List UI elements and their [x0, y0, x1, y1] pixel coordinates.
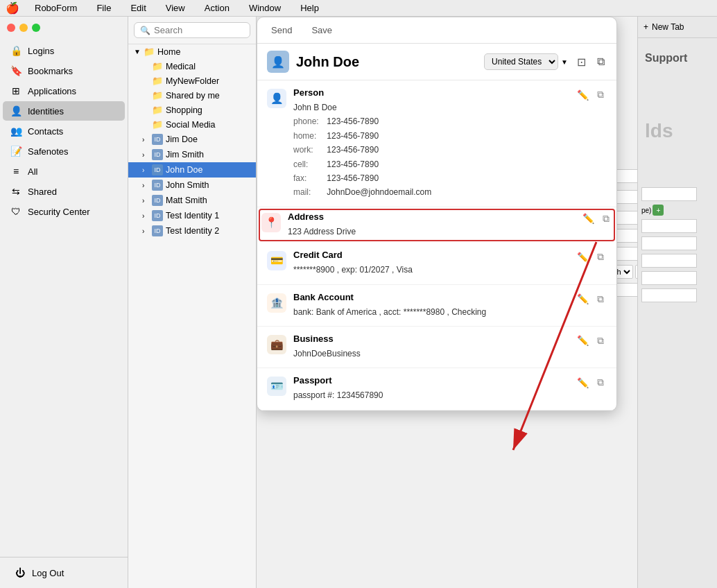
lds-partial-label: lds	[638, 78, 717, 149]
section-address-content: Address 123 Address Drive	[288, 211, 573, 239]
right-input-4[interactable]	[641, 254, 697, 268]
sidebar-item-bookmarks[interactable]: 🔖 Bookmarks	[3, 61, 125, 80]
right-input-3[interactable]	[641, 236, 697, 250]
menubar-window[interactable]: Window	[245, 1, 285, 15]
sidebar-item-security[interactable]: 🛡 Security Center	[3, 202, 125, 221]
edit-address-button[interactable]: ✏️	[580, 211, 597, 226]
sidebar-nav: 🔒 Logins 🔖 Bookmarks ⊞ Applications 👤 Id…	[0, 35, 128, 557]
folder-icon: 📁	[144, 46, 155, 57]
edit-business-button[interactable]: ✏️	[574, 334, 591, 348]
sidebar-item-safenotes[interactable]: 📝 Safenotes	[3, 141, 125, 161]
copy-business-button[interactable]: ⧉	[594, 334, 607, 348]
identity-card-icon: ID	[152, 164, 163, 175]
tree-item-mynewfolder[interactable]: 📁 MyNewFolder	[128, 74, 256, 88]
copy-person-button[interactable]: ⧉	[594, 87, 607, 102]
chevron-down-icon: ▼	[561, 58, 568, 66]
tree-item-mattsmith[interactable]: › ID Matt Smith	[128, 193, 256, 208]
country-dropdown[interactable]: United States	[484, 53, 558, 70]
right-panel: + New Tab Support lds pe) +	[637, 17, 717, 588]
chevron-right-icon: ›	[142, 166, 149, 174]
menubar-edit[interactable]: Edit	[126, 1, 150, 15]
tree-item-jimsmith[interactable]: › ID Jim Smith	[128, 147, 256, 162]
menubar-file[interactable]: File	[92, 1, 115, 15]
plus-icon: +	[643, 22, 648, 32]
sidebar-item-all[interactable]: ≡ All	[3, 162, 125, 181]
minimize-button[interactable]	[19, 24, 28, 32]
person-icon: 👤	[271, 55, 285, 69]
menubar-action[interactable]: Action	[200, 1, 234, 15]
lock-icon: 🔒	[10, 44, 22, 57]
sidebar-item-shared[interactable]: ⇆ Shared	[3, 182, 125, 201]
shared-icon: ⇆	[10, 185, 22, 198]
sidebar-item-contacts[interactable]: 👥 Contacts	[3, 121, 125, 141]
search-input-wrap[interactable]: 🔍	[134, 22, 250, 38]
edit-passport-button[interactable]: ✏️	[574, 375, 591, 390]
country-select-wrap: United States ▼	[484, 53, 568, 70]
section-address-detail: 123 Address Drive	[288, 225, 573, 239]
bank-section-icon: 🏦	[267, 293, 286, 313]
tree-item-medical[interactable]: 📁 Medical	[128, 59, 256, 74]
file-tree: 🔍 ▼ 📁 Home 📁 Medical 📁 MyNewFolder 📁 Sha…	[128, 17, 257, 588]
type-label: pe)	[641, 207, 651, 214]
close-button[interactable]	[7, 24, 15, 32]
tree-item-socialmedia[interactable]: 📁 Social Media	[128, 117, 256, 132]
sidebar-item-identities[interactable]: 👤 Identities	[3, 101, 125, 121]
section-bank-actions: ✏️ ⧉	[574, 292, 607, 306]
tree-item-jimdoe[interactable]: › ID Jim Doe	[128, 132, 256, 147]
right-input-2[interactable]	[641, 219, 697, 233]
new-tab-bar: + New Tab	[638, 17, 717, 38]
tree-item-testidentity1[interactable]: › ID Test Identity 1	[128, 208, 256, 223]
chevron-right-icon: ›	[142, 151, 149, 159]
search-bar: 🔍	[128, 17, 256, 44]
folder-icon: 📁	[152, 76, 163, 86]
mobile-view-button[interactable]: ⊡	[575, 53, 588, 71]
tree-item-johnsmith[interactable]: › ID John Smith	[128, 178, 256, 193]
maximize-button[interactable]	[32, 24, 40, 32]
right-input-6[interactable]	[641, 288, 697, 302]
identity-toolbar: Send Save	[257, 17, 616, 44]
logout-icon: ⏻	[14, 567, 26, 579]
send-button[interactable]: Send	[266, 23, 297, 37]
section-passport: 🪪 Passport passport #: 1234567890 ✏️ ⧉	[257, 368, 616, 410]
search-input[interactable]	[154, 25, 244, 35]
folder-icon: 📁	[152, 105, 163, 115]
identity-card-icon: ID	[152, 210, 163, 221]
copy-address-button[interactable]: ⧉	[600, 211, 612, 226]
right-input-1[interactable]	[641, 187, 697, 201]
logout-button[interactable]: ⏻ Log Out	[7, 563, 121, 582]
badge-icon: +	[657, 207, 661, 214]
copy-button[interactable]: ⧉	[595, 53, 607, 70]
business-section-icon: 💼	[267, 335, 286, 354]
menubar-view[interactable]: View	[162, 1, 189, 15]
apple-menu[interactable]: 🍎	[6, 1, 19, 15]
copy-bank-button[interactable]: ⧉	[594, 292, 607, 306]
identity-card-icon: ID	[152, 225, 163, 236]
chevron-right-icon: ›	[142, 182, 149, 189]
section-credit-detail: *******8900 , exp: 01/2027 , Visa	[293, 263, 567, 277]
tree-item-sharedbyme[interactable]: 📁 Shared by me	[128, 88, 256, 103]
folder-icon: 📁	[152, 90, 163, 101]
sidebar-item-applications[interactable]: ⊞ Applications	[3, 81, 125, 101]
menubar-help[interactable]: Help	[296, 1, 323, 15]
right-input-5[interactable]	[641, 271, 697, 285]
tree-item-testidentity2[interactable]: › ID Test Identity 2	[128, 223, 256, 239]
menubar-roboform[interactable]: RoboForm	[31, 1, 81, 15]
section-bank-detail: bank: Bank of America , acct: *******898…	[293, 305, 567, 319]
edit-bank-button[interactable]: ✏️	[574, 292, 591, 306]
credit-section-icon: 💳	[267, 251, 286, 270]
save-button[interactable]: Save	[306, 23, 338, 37]
section-address-actions: ✏️ ⧉	[580, 211, 612, 226]
sidebar-item-logins[interactable]: 🔒 Logins	[3, 41, 125, 60]
copy-passport-button[interactable]: ⧉	[594, 375, 607, 390]
edit-credit-button[interactable]: ✏️	[574, 250, 591, 264]
copy-credit-button[interactable]: ⧉	[594, 250, 607, 264]
applications-icon: ⊞	[10, 85, 22, 97]
tree-item-johndoe[interactable]: › ID John Doe	[128, 162, 256, 178]
sidebar: 🔒 Logins 🔖 Bookmarks ⊞ Applications 👤 Id…	[0, 17, 128, 588]
sidebar-footer: ⏻ Log Out	[0, 557, 128, 588]
edit-person-button[interactable]: ✏️	[574, 87, 591, 102]
tree-item-home[interactable]: ▼ 📁 Home	[128, 44, 256, 59]
tree-item-shopping[interactable]: 📁 Shopping	[128, 103, 256, 117]
section-credit-content: Credit Card *******8900 , exp: 01/2027 ,…	[293, 250, 567, 277]
right-form-fields: pe) +	[638, 184, 717, 309]
